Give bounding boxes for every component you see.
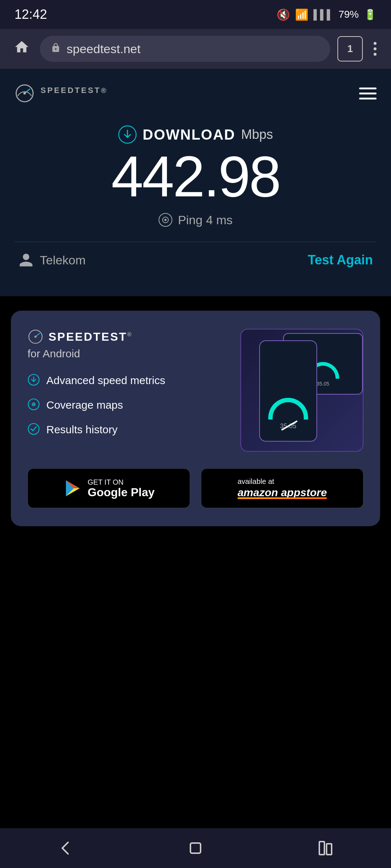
promo-for-android: for Android — [28, 348, 233, 360]
promo-feature-1: Advanced speed metrics — [28, 373, 233, 389]
status-time: 12:42 — [14, 7, 47, 22]
amazon-appstore-button[interactable]: available at amazon appstore — [201, 468, 363, 508]
download-label-row: DOWNLOAD Mbps — [14, 125, 377, 144]
promo-card-top: SPEEDTEST® for Android Advanced speed me… — [28, 329, 363, 452]
promo-phone-mockup: 35.05 35.05 — [240, 329, 363, 452]
promo-feature-3-icon — [28, 423, 40, 438]
browser-bar: speedtest.net 1 — [0, 29, 391, 69]
promo-card: SPEEDTEST® for Android Advanced speed me… — [11, 311, 380, 526]
promo-logo-row: SPEEDTEST® — [28, 329, 233, 345]
amazon-logo: amazon appstore — [237, 486, 327, 499]
browser-menu-icon[interactable] — [370, 38, 380, 59]
svg-point-1 — [24, 92, 26, 95]
promo-feature-2-icon — [28, 398, 40, 413]
nav-home-button[interactable] — [174, 834, 217, 863]
google-play-store-name: Google Play — [88, 486, 155, 498]
google-play-content: GET IT ON Google Play — [88, 478, 155, 498]
wifi-icon: 📶 — [295, 8, 308, 21]
google-play-button[interactable]: GET IT ON Google Play — [28, 468, 190, 508]
speedtest-main: SPEEDTEST® DOWNLOAD Mbps 442.98 — [0, 69, 391, 296]
nav-recents-button[interactable] — [304, 834, 348, 863]
svg-point-11 — [33, 404, 34, 405]
download-speed-value: 442.98 — [14, 148, 377, 205]
amazon-logo-text: amazon appstore — [237, 486, 327, 499]
promo-logo-icon — [28, 329, 43, 345]
lock-icon — [51, 42, 61, 56]
hamburger-menu-icon[interactable] — [359, 88, 377, 99]
ping-icon — [158, 213, 173, 227]
amazon-available-at: available at — [237, 477, 274, 486]
promo-feature-1-text: Advanced speed metrics — [46, 373, 165, 388]
ping-text: Ping 4 ms — [178, 213, 232, 227]
promo-feature-2: Coverage maps — [28, 397, 233, 413]
promo-feature-2-text: Coverage maps — [46, 397, 123, 413]
test-again-button[interactable]: Test Again — [308, 252, 373, 268]
svg-rect-18 — [319, 842, 324, 855]
google-play-icon — [63, 479, 82, 498]
battery-indicator: 79% — [339, 9, 359, 20]
speedtest-logo: SPEEDTEST® — [14, 83, 108, 103]
tab-count: 1 — [347, 43, 353, 55]
promo-section: SPEEDTEST® for Android Advanced speed me… — [0, 296, 391, 541]
amazon-smile-icon — [237, 497, 327, 499]
store-buttons: GET IT ON Google Play available at amazo… — [28, 468, 363, 508]
ping-row: Ping 4 ms — [14, 213, 377, 227]
download-unit: Mbps — [241, 127, 273, 142]
svg-point-12 — [28, 424, 39, 434]
provider-row: Telekom Test Again — [14, 242, 377, 278]
amazon-content: available at amazon appstore — [237, 477, 327, 499]
status-bar: 12:42 🔇 📶 ▌▌▌ 79% 🔋 — [0, 0, 391, 29]
svg-point-7 — [34, 336, 37, 338]
nav-back-button[interactable] — [43, 834, 87, 863]
browser-tab-button[interactable]: 1 — [337, 36, 363, 61]
browser-home-icon[interactable] — [11, 39, 33, 59]
provider-person-icon — [18, 252, 34, 268]
promo-card-left: SPEEDTEST® for Android Advanced speed me… — [28, 329, 240, 447]
phone-screen: 35.05 — [259, 340, 317, 442]
provider-left: Telekom — [18, 252, 86, 268]
download-section: DOWNLOAD Mbps 442.98 Ping 4 ms — [14, 118, 377, 242]
signal-icon: ▌▌▌ — [314, 9, 333, 20]
mute-icon: 🔇 — [277, 8, 290, 21]
speedtest-header: SPEEDTEST® — [14, 83, 377, 103]
url-text: speedtest.net — [67, 42, 140, 56]
browser-url-bar[interactable]: speedtest.net — [40, 36, 330, 62]
svg-rect-17 — [190, 843, 201, 853]
speedtest-logo-text: SPEEDTEST® — [41, 86, 108, 101]
promo-feature-3: Results history — [28, 422, 233, 438]
battery-icon: 🔋 — [364, 9, 377, 21]
nav-back-icon — [56, 839, 75, 858]
download-circle-icon — [118, 125, 137, 144]
download-label: DOWNLOAD — [143, 127, 235, 143]
nav-recents-icon — [316, 839, 335, 858]
navigation-bar — [0, 828, 391, 868]
svg-rect-19 — [327, 844, 332, 855]
provider-name: Telekom — [40, 253, 86, 267]
promo-feature-1-icon — [28, 374, 40, 389]
nav-home-icon — [186, 839, 205, 858]
black-bottom-area — [0, 541, 391, 750]
status-icons: 🔇 📶 ▌▌▌ 79% 🔋 — [277, 8, 377, 21]
google-play-get-it-on: GET IT ON — [88, 478, 123, 486]
tablet-speed-num: 35.05 — [316, 381, 329, 387]
promo-feature-3-text: Results history — [46, 422, 118, 437]
promo-logo-text: SPEEDTEST® — [49, 330, 133, 344]
phone-gauge — [268, 398, 308, 420]
phone-mockup-inner: 35.05 35.05 — [241, 329, 363, 451]
svg-point-5 — [164, 219, 167, 221]
speedtest-logo-gauge-icon — [14, 83, 35, 103]
